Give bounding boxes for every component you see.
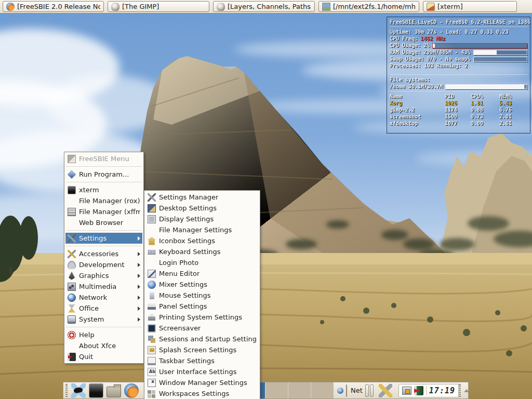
menu-item-keyboard-settings[interactable]: Keyboard Settings <box>145 246 259 257</box>
taskbar-button-label: [Layers, Channels, Paths, ... <box>228 3 311 10</box>
menu-item-settings-manager[interactable]: Settings Manager <box>145 192 259 203</box>
submenu-arrow-icon <box>138 317 140 322</box>
menu-item-label: Office <box>79 304 99 312</box>
menu-item-label: System <box>79 315 104 323</box>
menu-item-label: Development <box>79 261 125 269</box>
panel-grip-right[interactable] <box>459 384 461 397</box>
workspace-3[interactable] <box>288 382 311 398</box>
menu-item-menu-editor[interactable]: Menu Editor <box>145 268 259 279</box>
menu-item-accessories[interactable]: Accessories <box>65 248 142 259</box>
menu-item-system[interactable]: System <box>65 314 142 325</box>
menu-item-taskbar-settings[interactable]: Taskbar Settings <box>145 355 259 366</box>
menu-item-run-program[interactable]: Run Program... <box>65 169 142 180</box>
firefox-icon[interactable] <box>124 383 139 398</box>
menu-item-label: File Manager Settings <box>159 226 232 234</box>
help-icon <box>68 331 76 339</box>
process-name: screenshot <box>390 113 445 120</box>
monitor-separator <box>390 74 527 75</box>
menu-item-multimedia[interactable]: Multimedia <box>65 281 142 292</box>
taskbar-button-layers-channels-paths[interactable]: [Layers, Channels, Paths, ... <box>213 1 315 12</box>
menu-item-label: Menu Editor <box>159 270 200 277</box>
submenu-arrow-icon <box>138 296 140 300</box>
menu-item-mixer-settings[interactable]: Mixer Settings <box>145 279 259 290</box>
taskbar: [FreeSBIE 2.0 Release Not...[The GIMP][L… <box>0 0 532 14</box>
menu-item-printing-system-settings[interactable]: Printing System Settings <box>145 312 259 323</box>
settings-manager-launcher[interactable] <box>379 384 392 397</box>
menu-item-sessions-and-startup-settings[interactable]: Sessions and Startup Settings <box>145 334 259 344</box>
cpu-freq-label: CPU Freq: <box>390 35 418 42</box>
mixer-icon <box>148 281 156 289</box>
desktop-settings-icon <box>148 204 156 212</box>
process-mem: 5.43 <box>499 100 527 107</box>
menu-header: FreeSBIE Menu <box>65 153 142 164</box>
development-icon <box>68 261 76 269</box>
menu-item-label: File Manager (xffm) <box>79 208 140 216</box>
taskbar-button-the-gimp[interactable]: [The GIMP] <box>108 1 209 12</box>
menu-item-development[interactable]: Development <box>65 259 142 270</box>
menu-item-panel-settings[interactable]: Panel Settings <box>145 301 259 312</box>
process-table-header: MEM% <box>499 93 527 100</box>
menu-item-label: Mouse Settings <box>159 291 211 299</box>
ram-usage-line: RAM Usage: 209M/485M - 43% <box>390 49 527 56</box>
process-mem: 2.61 <box>499 120 527 127</box>
workspace-4[interactable] <box>311 382 334 398</box>
menu-separator <box>66 230 142 231</box>
menu-item-help[interactable]: Help <box>65 329 142 340</box>
terminal-big-icon[interactable] <box>89 383 103 398</box>
mouse-icon <box>148 291 156 300</box>
submenu-arrow-icon <box>138 274 140 278</box>
menu-item-settings[interactable]: Settings <box>65 233 142 244</box>
menu-item-label: Keyboard Settings <box>159 248 221 256</box>
taskbar-button-label: [The GIMP] <box>122 3 159 10</box>
xfce-logo-icon[interactable] <box>71 383 86 398</box>
menu-item-workspaces-settings[interactable]: Workspaces Settings <box>145 388 259 399</box>
process-name: xfdesktop <box>390 120 445 127</box>
iconbox-icon <box>148 237 156 245</box>
accessories-icon <box>68 250 76 258</box>
menu-item-xterm[interactable]: xterm <box>65 184 142 195</box>
folder-icon[interactable] <box>107 387 121 397</box>
panel-tray: 17:19 <box>398 384 459 397</box>
no-icon <box>148 259 156 267</box>
taskbar-button-freesbie-2-0-release-not[interactable]: [FreeSBIE 2.0 Release Not... <box>3 1 104 12</box>
menu-item-mouse-settings[interactable]: Mouse Settings <box>145 290 259 301</box>
volume-slider[interactable] <box>346 384 347 397</box>
menu-item-user-interface-settings[interactable]: User Interface Settings <box>145 366 259 377</box>
process-cpu: 0.88 <box>471 107 499 113</box>
menu-item-window-manager-settings[interactable]: Window Manager Settings <box>145 377 259 388</box>
menu-separator <box>66 327 142 327</box>
lock-screen-button[interactable] <box>402 387 411 395</box>
taskbar-settings-icon <box>148 357 156 365</box>
menu-item-desktop-settings[interactable]: Desktop Settings <box>145 203 259 214</box>
menu-item-iconbox-settings[interactable]: Iconbox Settings <box>145 235 259 246</box>
menu-item-display-settings[interactable]: Display Settings <box>145 214 259 224</box>
panel-grip-left[interactable] <box>65 384 68 397</box>
menu-separator <box>66 182 142 182</box>
menu-item-file-manager-settings[interactable]: File Manager Settings <box>145 224 259 235</box>
menu-item-office[interactable]: Office <box>65 303 142 314</box>
menu-item-file-manager-xffm[interactable]: File Manager (xffm) <box>65 206 142 217</box>
quit-icon <box>68 353 76 361</box>
quit-button[interactable] <box>414 386 423 395</box>
menu-item-label: Sessions and Startup Settings <box>159 335 257 343</box>
menu-item-about-xfce[interactable]: About Xfce <box>65 340 142 351</box>
menu-item-label: Iconbox Settings <box>159 237 215 245</box>
net-monitor-label: Net <box>351 387 363 394</box>
menu-item-web-browser[interactable]: Web Browser <box>65 217 142 228</box>
menu-item-label: Splash Screen Settings <box>159 346 236 354</box>
menu-item-quit[interactable]: Quit <box>65 351 142 362</box>
menu-item-login-photo[interactable]: Login Photo <box>145 257 259 268</box>
launcher-menu-arrow-icon[interactable] <box>464 389 469 392</box>
workspace-2[interactable] <box>265 382 288 398</box>
filesystem-home-bar <box>445 84 527 89</box>
menu-item-network[interactable]: Network <box>65 292 142 303</box>
taskbar-button-xterm[interactable]: [xterm] <box>423 1 517 12</box>
menu-item-graphics[interactable]: Graphics <box>65 270 142 281</box>
mixer-icon[interactable] <box>337 388 343 394</box>
menu-item-screensaver[interactable]: Screensaver <box>145 323 259 334</box>
taskbar-button-mnt-ext2fs-1-home-mhu[interactable]: [/mnt/ext2fs.1/home/mhu... <box>318 1 419 12</box>
filesystems-header: File systems: <box>390 76 527 83</box>
menu-item-splash-screen-settings[interactable]: Splash Screen Settings <box>145 344 259 355</box>
menu-item-file-manager-rox[interactable]: File Manager (rox) <box>65 195 142 206</box>
cpu-freq-line: CPU Freq: 1462 MHz <box>390 35 527 42</box>
